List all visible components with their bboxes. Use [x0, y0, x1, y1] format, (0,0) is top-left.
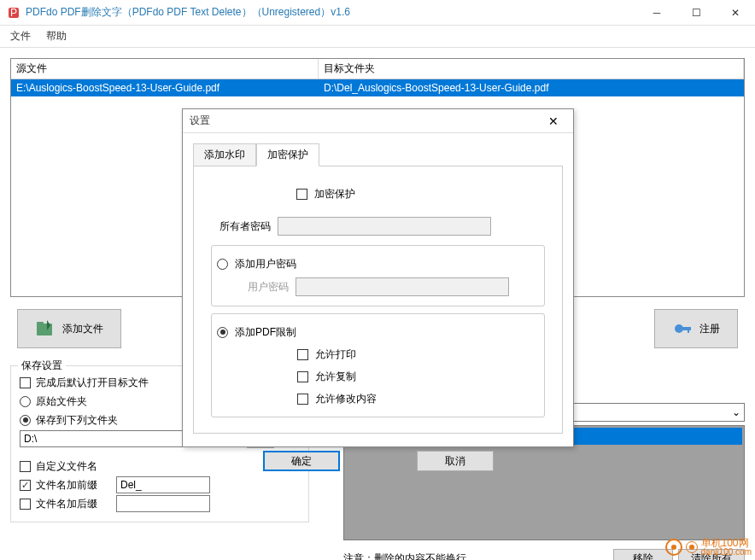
chevron-down-icon: ⌄	[729, 406, 744, 418]
menu-file[interactable]: 文件	[10, 29, 31, 44]
allow-modify-label: 允许修改内容	[315, 392, 377, 406]
menu-help[interactable]: 帮助	[46, 29, 67, 44]
add-user-pwd-radio[interactable]	[217, 259, 228, 270]
allow-modify-checkbox[interactable]	[297, 394, 308, 405]
app-icon: P	[7, 6, 20, 20]
close-button[interactable]: ✕	[716, 0, 755, 26]
watermark-icon-small	[686, 541, 698, 553]
custom-name-label: 自定义文件名	[36, 459, 97, 474]
add-pdf-limit-radio[interactable]	[217, 327, 228, 338]
encrypt-protect-label: 加密保护	[314, 187, 355, 201]
user-pwd-input[interactable]	[296, 277, 509, 296]
tab-watermark[interactable]: 添加水印	[193, 143, 256, 166]
prefix-input[interactable]	[116, 476, 210, 493]
orig-folder-label: 原始文件夹	[36, 394, 87, 409]
svg-point-4	[675, 324, 683, 333]
add-pdf-limit-label: 添加PDF限制	[235, 325, 296, 340]
window-titlebar: P PDFdo PDF删除文字（PDFdo PDF Text Delete）（U…	[0, 0, 755, 26]
svg-text:P: P	[10, 7, 17, 19]
suffix-checkbox[interactable]	[20, 499, 31, 510]
cancel-button[interactable]: 取消	[417, 451, 494, 471]
ok-button[interactable]: 确定	[263, 451, 340, 471]
prefix-checkbox[interactable]	[20, 480, 31, 491]
key-icon	[672, 318, 693, 339]
allow-print-checkbox[interactable]	[297, 349, 308, 360]
dialog-title: 设置	[190, 114, 541, 128]
add-user-pwd-label: 添加用户密码	[235, 257, 296, 271]
open-after-label: 完成后默认打开目标文件	[36, 376, 149, 390]
allow-copy-label: 允许复制	[315, 370, 356, 384]
allow-copy-checkbox[interactable]	[297, 371, 308, 382]
site-watermark: 单机100网 danji100.com	[665, 538, 752, 557]
watermark-url: danji100.com	[701, 548, 752, 557]
owner-pwd-input[interactable]	[278, 217, 491, 236]
orig-folder-radio[interactable]	[20, 396, 31, 407]
menubar: 文件 帮助	[0, 26, 755, 48]
remove-button[interactable]: 移除	[613, 549, 673, 560]
table-row[interactable]: E:\Auslogics-BoostSpeed-13-User-Guide.pd…	[11, 79, 744, 96]
folder-add-icon	[35, 318, 56, 339]
notice-text: 注意：删除的内容不能换行。	[343, 551, 608, 561]
window-title: PDFdo PDF删除文字（PDFdo PDF Text Delete）（Unr…	[26, 5, 637, 20]
settings-dialog: 设置 ✕ 添加水印 加密保护 加密保护 所有者密码 添加用户密码 用户密码	[182, 108, 574, 447]
table-header: 源文件 目标文件夹	[11, 59, 744, 79]
add-file-button[interactable]: 添加文件	[17, 309, 121, 348]
svg-rect-5	[682, 327, 691, 330]
pdf-limit-fieldset: 添加PDF限制 允许打印 允许复制 允许修改内容	[211, 313, 545, 417]
dialog-tabs: 添加水印 加密保护	[183, 143, 573, 166]
dialog-buttons: 确定 取消	[183, 444, 573, 478]
open-after-checkbox[interactable]	[20, 377, 31, 388]
svg-rect-6	[688, 327, 689, 333]
owner-pwd-label: 所有者密码	[211, 219, 271, 234]
dialog-close-button[interactable]: ✕	[541, 111, 566, 131]
cell-target: D:\Del_Auslogics-BoostSpeed-13-User-Guid…	[319, 79, 744, 96]
svg-rect-3	[37, 322, 44, 325]
save-to-folder-label: 保存到下列文件夹	[36, 413, 118, 428]
register-label: 注册	[699, 322, 720, 336]
watermark-icon	[665, 539, 682, 556]
suffix-input[interactable]	[116, 495, 210, 512]
minimize-button[interactable]: ─	[637, 0, 676, 26]
suffix-label: 文件名加后缀	[36, 497, 111, 511]
column-source[interactable]: 源文件	[11, 59, 319, 79]
cell-source: E:\Auslogics-BoostSpeed-13-User-Guide.pd…	[11, 79, 319, 96]
save-to-folder-radio[interactable]	[20, 415, 31, 426]
tab-encrypt[interactable]: 加密保护	[256, 143, 319, 166]
user-pwd-label: 用户密码	[229, 280, 289, 295]
register-button[interactable]: 注册	[654, 309, 738, 348]
allow-print-label: 允许打印	[315, 347, 356, 362]
encrypt-protect-checkbox[interactable]	[296, 189, 307, 200]
add-file-label: 添加文件	[62, 322, 103, 336]
user-pwd-fieldset: 添加用户密码 用户密码	[211, 245, 545, 306]
custom-name-checkbox[interactable]	[20, 461, 31, 472]
dialog-titlebar: 设置 ✕	[183, 109, 573, 133]
save-legend: 保存设置	[18, 359, 66, 373]
prefix-label: 文件名加前缀	[36, 478, 111, 493]
dialog-tab-body: 加密保护 所有者密码 添加用户密码 用户密码 添加PDF限制 允许打印	[193, 166, 563, 434]
maximize-button[interactable]: ☐	[676, 0, 716, 26]
column-target[interactable]: 目标文件夹	[319, 59, 744, 79]
